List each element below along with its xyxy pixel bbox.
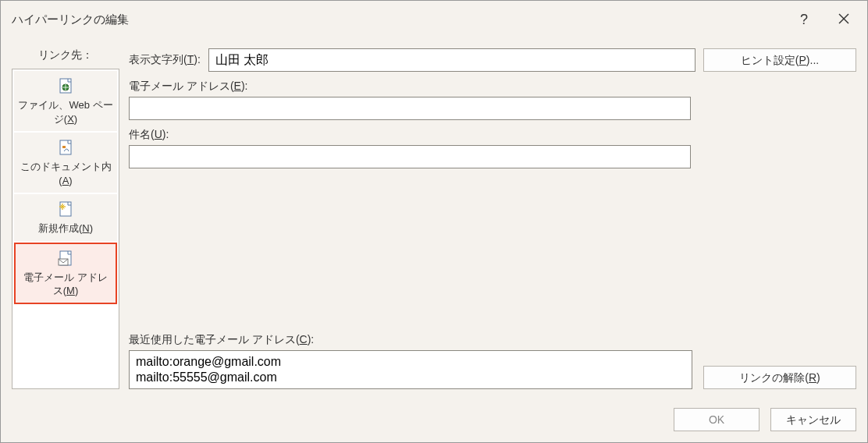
list-item[interactable]: mailto:55555@gmail.com xyxy=(134,370,687,385)
recent-email-listbox[interactable]: mailto:orange@gmail.com mailto:55555@gma… xyxy=(129,350,692,389)
title-actions: ? xyxy=(794,9,856,31)
recent-label: 最近使用した電子メール アドレス(C): xyxy=(129,333,692,347)
email-input[interactable] xyxy=(129,97,691,120)
email-icon xyxy=(56,250,75,268)
sidebar: ファイル、Web ページ(X) このドキュメント内(A) 新規作成(N) xyxy=(12,69,119,389)
display-text-row: 表示文字列(T): ヒント設定(P)... xyxy=(129,48,856,72)
cancel-button[interactable]: キャンセル xyxy=(770,408,856,431)
recent-block: 最近使用した電子メール アドレス(C): mailto:orange@gmail… xyxy=(129,333,692,389)
display-text-label: 表示文字列(T): xyxy=(129,53,201,67)
titlebar: ハイパーリンクの編集 ? xyxy=(1,1,867,39)
dialog-title: ハイパーリンクの編集 xyxy=(12,12,129,27)
ok-button[interactable]: OK xyxy=(674,408,760,431)
sidebar-wrap: リンク先： ファイル、Web ページ(X) このドキュメント内(A) xyxy=(12,48,119,389)
subject-input[interactable] xyxy=(129,145,691,168)
svg-rect-6 xyxy=(60,202,71,216)
bottom-buttons: OK キャンセル xyxy=(1,400,867,442)
email-block: 電子メール アドレス(E): xyxy=(129,80,856,120)
sidebar-item-file-webpage[interactable]: ファイル、Web ページ(X) xyxy=(14,71,117,131)
document-icon xyxy=(56,140,75,157)
content: リンク先： ファイル、Web ページ(X) このドキュメント内(A) xyxy=(1,39,867,400)
new-doc-icon xyxy=(56,201,75,218)
email-label: 電子メール アドレス(E): xyxy=(129,80,856,94)
sidebar-item-label: このドキュメント内(A) xyxy=(18,160,113,187)
sidebar-label: リンク先： xyxy=(38,48,93,62)
sidebar-item-label: 新規作成(N) xyxy=(38,222,93,236)
display-text-input[interactable] xyxy=(208,48,695,72)
close-icon[interactable] xyxy=(831,9,856,31)
help-icon[interactable]: ? xyxy=(794,9,814,31)
file-web-icon xyxy=(56,78,75,95)
sidebar-item-this-document[interactable]: このドキュメント内(A) xyxy=(14,133,117,193)
hint-settings-button[interactable]: ヒント設定(P)... xyxy=(703,48,856,72)
sidebar-item-new-doc[interactable]: 新規作成(N) xyxy=(14,194,117,241)
subject-block: 件名(U): xyxy=(129,128,856,168)
list-item[interactable]: mailto:orange@gmail.com xyxy=(134,354,687,370)
sidebar-item-label: 電子メール アドレス(M) xyxy=(19,271,112,298)
recent-wrap: 最近使用した電子メール アドレス(C): mailto:orange@gmail… xyxy=(129,176,856,389)
svg-rect-5 xyxy=(62,146,66,148)
subject-label: 件名(U): xyxy=(129,128,856,142)
main: 表示文字列(T): ヒント設定(P)... 電子メール アドレス(E): 件名(… xyxy=(129,48,856,389)
dialog: ハイパーリンクの編集 ? リンク先： ファイル、Web ページ(X) xyxy=(0,0,868,443)
sidebar-item-email[interactable]: 電子メール アドレス(M) xyxy=(14,243,117,304)
remove-link-button[interactable]: リンクの解除(R) xyxy=(703,366,856,389)
sidebar-item-label: ファイル、Web ページ(X) xyxy=(18,98,113,126)
